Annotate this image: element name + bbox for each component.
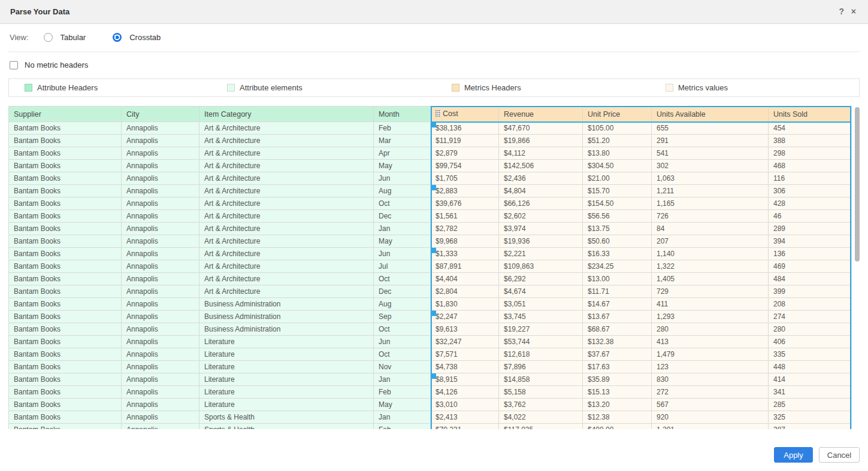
cell-cost: $9,613 — [431, 323, 499, 336]
legend: Attribute Headers Attribute elements Met… — [8, 78, 860, 97]
cell-month: Oct — [374, 348, 431, 361]
cell-revenue: $2,436 — [499, 172, 583, 185]
cell-city: Annapolis — [122, 147, 199, 160]
cell-item-category: Art & Architecture — [199, 135, 374, 147]
cell-cost: $4,404 — [431, 273, 499, 285]
cell-units-available: 1,322 — [652, 260, 769, 273]
cell-cost: $8,915 — [431, 373, 499, 386]
table-row: Bantam BooksAnnapolisArt & ArchitectureO… — [9, 197, 852, 210]
cell-item-category: Art & Architecture — [199, 197, 374, 210]
cell-unit-price: $11.71 — [583, 285, 652, 298]
cell-revenue: $19,866 — [499, 135, 583, 147]
cell-item-category: Art & Architecture — [199, 147, 374, 160]
table-row: Bantam BooksAnnapolisLiteratureNov$4,738… — [9, 361, 852, 373]
cell-cost: $70,231 — [431, 424, 499, 430]
column-header-units-sold[interactable]: Units Sold — [769, 107, 852, 122]
cell-units-available: 920 — [652, 411, 769, 424]
table-row: Bantam BooksAnnapolisArt & ArchitectureD… — [9, 285, 852, 298]
cell-revenue: $6,292 — [499, 273, 583, 285]
column-header-city[interactable]: City — [122, 107, 199, 122]
radio-crosstab-icon[interactable] — [113, 33, 122, 42]
cell-month: Jun — [374, 336, 431, 348]
apply-button[interactable]: Apply — [774, 447, 813, 463]
legend-label: Metrics Headers — [464, 83, 521, 92]
cell-units-sold: 274 — [769, 311, 852, 323]
help-icon[interactable]: ? — [839, 7, 844, 16]
cell-item-category: Literature — [199, 348, 374, 361]
cell-revenue: $4,804 — [499, 185, 583, 197]
vertical-scrollbar-thumb[interactable] — [855, 107, 860, 262]
cell-units-sold: 208 — [769, 298, 852, 311]
cell-supplier: Bantam Books — [9, 185, 122, 197]
table-row: Bantam BooksAnnapolisLiteratureOct$7,571… — [9, 348, 852, 361]
cell-units-available: 1,063 — [652, 172, 769, 185]
selection-handle[interactable] — [432, 122, 436, 127]
attribute-elements-swatch — [227, 84, 235, 92]
cell-cost: $4,738 — [431, 361, 499, 373]
radio-tabular-label: Tabular — [61, 33, 86, 42]
table-row: Bantam BooksAnnapolisLiteratureMay$3,010… — [9, 399, 852, 411]
cell-unit-price: $154.50 — [583, 197, 652, 210]
cell-revenue: $53,744 — [499, 336, 583, 348]
legend-item-attribute-elements: Attribute elements — [227, 79, 303, 96]
cell-cost: $1,705 — [431, 172, 499, 185]
selection-handle[interactable] — [432, 311, 436, 316]
cell-item-category: Art & Architecture — [199, 260, 374, 273]
cell-unit-price: $13.00 — [583, 273, 652, 285]
cell-units-available: 1,201 — [652, 424, 769, 430]
cell-units-sold: 387 — [769, 424, 852, 430]
column-header-month[interactable]: Month — [374, 107, 431, 122]
cell-revenue: $4,022 — [499, 411, 583, 424]
selection-handle[interactable] — [432, 248, 436, 253]
cell-revenue: $142,506 — [499, 160, 583, 172]
cell-units-sold: 306 — [769, 185, 852, 197]
view-label: View: — [10, 33, 29, 42]
table-row: Bantam BooksAnnapolisArt & ArchitectureJ… — [9, 223, 852, 235]
column-header-supplier[interactable]: Supplier — [9, 107, 122, 122]
cell-unit-price: $13.75 — [583, 223, 652, 235]
cell-units-sold: 280 — [769, 323, 852, 336]
cell-units-sold: 325 — [769, 411, 852, 424]
cancel-button[interactable]: Cancel — [819, 447, 860, 463]
cell-units-sold: 289 — [769, 223, 852, 235]
cell-units-sold: 414 — [769, 373, 852, 386]
table-row: Bantam BooksAnnapolisArt & ArchitectureA… — [9, 185, 852, 197]
selection-handle[interactable] — [432, 185, 436, 190]
column-header-cost[interactable]: Cost — [431, 107, 499, 122]
cell-cost: $1,830 — [431, 298, 499, 311]
cell-supplier: Bantam Books — [9, 285, 122, 298]
cell-month: Aug — [374, 298, 431, 311]
close-icon[interactable]: × — [851, 7, 856, 16]
separator-line — [8, 51, 860, 52]
cell-unit-price: $21.00 — [583, 172, 652, 185]
cell-unit-price: $13.67 — [583, 311, 652, 323]
view-option-crosstab[interactable]: Crosstab — [113, 33, 161, 42]
cell-supplier: Bantam Books — [9, 248, 122, 260]
cell-item-category: Art & Architecture — [199, 285, 374, 298]
cell-units-available: 1,211 — [652, 185, 769, 197]
selection-handle[interactable] — [432, 373, 436, 379]
table-row: Bantam BooksAnnapolisBusiness Administra… — [9, 323, 852, 336]
cell-month: Jun — [374, 248, 431, 260]
table-row: Bantam BooksAnnapolisArt & ArchitectureJ… — [9, 248, 852, 260]
cell-units-sold: 136 — [769, 248, 852, 260]
column-header-revenue[interactable]: Revenue — [499, 107, 583, 122]
cell-item-category: Art & Architecture — [199, 160, 374, 172]
cell-unit-price: $56.56 — [583, 210, 652, 223]
table-row: Bantam BooksAnnapolisArt & ArchitectureD… — [9, 210, 852, 223]
cell-city: Annapolis — [122, 235, 199, 248]
view-option-tabular[interactable]: Tabular — [44, 33, 86, 42]
cell-month: May — [374, 399, 431, 411]
no-metric-headers-checkbox[interactable] — [10, 61, 18, 69]
cell-units-sold: 428 — [769, 197, 852, 210]
radio-tabular-icon[interactable] — [44, 33, 53, 42]
column-header-units-available[interactable]: Units Available — [652, 107, 769, 122]
column-header-item-category[interactable]: Item Category — [199, 107, 374, 122]
cell-cost: $7,571 — [431, 348, 499, 361]
cell-item-category: Art & Architecture — [199, 210, 374, 223]
no-metric-headers-option[interactable]: No metric headers — [10, 60, 88, 69]
cell-units-sold: 454 — [769, 122, 852, 135]
table-row: Bantam BooksAnnapolisBusiness Administra… — [9, 311, 852, 323]
column-header-unit-price[interactable]: Unit Price — [583, 107, 652, 122]
cell-city: Annapolis — [122, 411, 199, 424]
